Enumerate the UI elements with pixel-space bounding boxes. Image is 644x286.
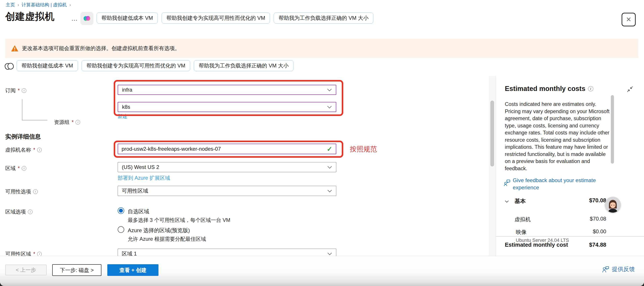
cost-total-value: $74.88 xyxy=(589,242,606,248)
vm-name-value: prod-usw2-k8s-freeleaps-worker-nodes-07 xyxy=(122,146,221,152)
close-icon: ✕ xyxy=(626,16,631,23)
info-icon[interactable]: i xyxy=(37,148,42,152)
zone-option-1-label[interactable]: 自选区域 xyxy=(128,208,149,215)
instance-details-heading: 实例详细信息 xyxy=(5,133,41,141)
cost-item-vm-label: 虚拟机 xyxy=(514,216,531,223)
warning-text: 更改基本选项可能会重置所做的选择。创建虚拟机前查看所有选项。 xyxy=(22,45,180,52)
cost-group-value: $70.08 xyxy=(589,197,606,204)
warning-icon xyxy=(11,45,18,52)
feedback-person-icon xyxy=(602,266,609,272)
resource-group-dropdown[interactable]: k8s xyxy=(118,102,336,112)
required-asterisk: * xyxy=(18,165,20,171)
suggestion-low-cost-vm-button[interactable]: 帮助我创建低成本 VM xyxy=(17,60,78,71)
deploy-edge-zone-link[interactable]: 部署到 Azure 扩展区域 xyxy=(118,174,170,181)
copilot-suggestions-header: 帮助我创建低成本 VM 帮助我创建专为实现高可用性而优化的 VM 帮助我为工作负… xyxy=(96,13,373,24)
subscription-dropdown[interactable]: infra xyxy=(118,85,336,95)
info-icon[interactable]: i xyxy=(28,209,32,214)
feedback-icon xyxy=(504,179,510,187)
availability-options-dropdown[interactable]: 可用性区域 xyxy=(118,186,336,196)
suggestion-low-cost-vm-button[interactable]: 帮助我创建低成本 VM xyxy=(96,13,158,24)
chevron-right-icon: › xyxy=(18,3,19,7)
region-value: (US) West US 2 xyxy=(122,164,159,170)
resource-group-label: 资源组* i xyxy=(54,119,80,126)
copilot-button[interactable] xyxy=(80,12,94,25)
zone-option-1-description: 最多选择 3 个可用性区域，每个区域一台 VM xyxy=(128,217,230,224)
more-options-button[interactable]: … xyxy=(70,15,80,23)
assistant-avatar[interactable] xyxy=(605,197,621,213)
vm-name-input[interactable]: prod-usw2-k8s-freeleaps-worker-nodes-07 … xyxy=(118,144,336,154)
cost-total-label: Estimated monthly cost xyxy=(505,242,568,248)
review-create-button[interactable]: 查看 + 创建 xyxy=(107,264,158,276)
resource-group-value: k8s xyxy=(122,104,130,110)
radio-self-selected-zone[interactable] xyxy=(118,207,124,214)
estimate-feedback-link[interactable]: Give feedback about your estimate experi… xyxy=(504,177,608,191)
zone-options-label: 区域选项 i xyxy=(5,208,32,215)
chevron-down-icon xyxy=(327,166,332,169)
breadcrumb-home-link[interactable]: 主页 xyxy=(6,2,15,8)
cost-group-label[interactable]: 基本 xyxy=(514,197,526,205)
suggestion-right-vm-size-button[interactable]: 帮助我为工作负载选择正确的 VM 大小 xyxy=(274,13,373,24)
info-icon[interactable]: i xyxy=(22,88,26,93)
chevron-down-icon[interactable] xyxy=(505,200,509,203)
avatar-image xyxy=(605,197,621,213)
page-title: 创建虚拟机 xyxy=(5,10,55,23)
zone-option-2-label[interactable]: Azure 选择的区域(预览版) xyxy=(128,227,190,234)
create-new-resource-group-link[interactable]: 新建 xyxy=(118,113,128,120)
annotation-text: 按照规范 xyxy=(350,145,377,154)
previous-step-button[interactable]: < 上一步 xyxy=(5,265,46,275)
subscription-label: 订阅* i xyxy=(5,87,26,94)
cost-item-image-label: 映像 xyxy=(516,228,526,236)
feedback-text: 提供反馈 xyxy=(612,265,635,273)
form-scrollbar-thumb[interactable] xyxy=(490,101,494,166)
chevron-down-icon xyxy=(327,190,332,192)
collapse-panel-icon[interactable] xyxy=(627,86,633,92)
close-button[interactable]: ✕ xyxy=(622,13,636,26)
next-step-disks-button[interactable]: 下一步: 磁盘 > xyxy=(52,264,102,276)
cost-panel-title: Estimated monthly costs i xyxy=(505,85,593,93)
valid-check-icon: ✓ xyxy=(327,145,332,153)
cost-panel-scrollbar-thumb[interactable] xyxy=(611,95,614,164)
info-icon[interactable]: i xyxy=(22,166,26,171)
availability-options-label: 可用性选项 i xyxy=(5,188,38,195)
footer-bar: < 上一步 下一步: 磁盘 > 查看 + 创建 提供反馈 xyxy=(0,256,644,286)
availability-options-value: 可用性区域 xyxy=(122,187,148,194)
info-icon[interactable]: i xyxy=(37,252,42,256)
breadcrumb-virtual-machines-link[interactable]: 计算基础结构 | 虚拟机 xyxy=(22,2,67,8)
region-label: 区域* i xyxy=(5,165,26,172)
cost-item-image-value: $0.00 xyxy=(593,228,606,235)
feedback-link[interactable]: 提供反馈 xyxy=(602,265,635,273)
cost-item-vm-value: $70.08 xyxy=(590,216,606,222)
create-vm-page: 主页 › 计算基础结构 | 虚拟机 › 创建虚拟机 … 帮助我创建低成本 VM … xyxy=(0,0,644,286)
suggestion-right-vm-size-button[interactable]: 帮助我为工作负载选择正确的 VM 大小 xyxy=(194,60,293,71)
info-icon[interactable]: i xyxy=(588,86,593,91)
vm-name-label: 虚拟机名称* i xyxy=(5,146,42,153)
subscription-value: infra xyxy=(122,87,132,93)
chevron-right-icon: › xyxy=(69,3,71,7)
estimate-feedback-text: Give feedback about your estimate experi… xyxy=(513,177,608,191)
zone-option-2-description: 允许 Azure 根据需要分配最佳区域 xyxy=(128,235,206,242)
copilot-icon xyxy=(83,14,91,23)
radio-azure-selected-zone[interactable] xyxy=(118,226,124,233)
required-asterisk: * xyxy=(72,119,74,125)
required-asterisk: * xyxy=(33,147,35,153)
suggestion-high-availability-vm-button[interactable]: 帮助我创建专为实现高可用性而优化的 VM xyxy=(162,13,270,24)
warning-banner: 更改基本选项可能会重置所做的选择。创建虚拟机前查看所有选项。 xyxy=(5,39,638,58)
suggestion-high-availability-vm-button[interactable]: 帮助我创建专为实现高可用性而优化的 VM xyxy=(82,60,190,71)
info-icon[interactable]: i xyxy=(33,189,38,194)
breadcrumb: 主页 › 计算基础结构 | 虚拟机 › xyxy=(6,2,71,8)
tree-connector-horizontal xyxy=(22,120,48,120)
copilot-suggestions-row: 帮助我创建低成本 VM 帮助我创建专为实现高可用性而优化的 VM 帮助我为工作负… xyxy=(17,60,294,71)
cost-disclaimer-text: Costs indicated here are estimates only.… xyxy=(505,101,610,172)
copilot-outline-icon[interactable] xyxy=(4,61,14,72)
region-dropdown[interactable]: (US) West US 2 xyxy=(118,162,336,172)
tree-connector-vertical xyxy=(22,99,22,120)
chevron-down-icon xyxy=(327,89,332,91)
chevron-down-icon xyxy=(327,106,332,109)
required-asterisk: * xyxy=(18,88,20,94)
chevron-down-icon xyxy=(327,252,332,255)
cost-total-divider xyxy=(496,236,644,236)
info-icon[interactable]: i xyxy=(76,120,80,125)
